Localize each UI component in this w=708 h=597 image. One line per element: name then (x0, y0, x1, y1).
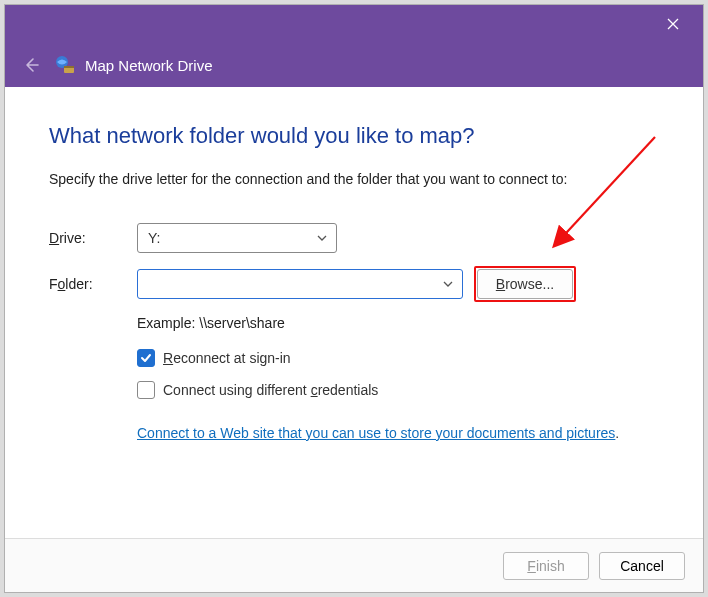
browse-button[interactable]: Browse... (477, 269, 573, 299)
folder-label: Folder: (49, 276, 137, 292)
web-link-line: Connect to a Web site that you can use t… (137, 413, 659, 441)
credentials-row: Connect using different credentials (137, 381, 659, 399)
titlebar-top (5, 5, 703, 43)
reconnect-label: Reconnect at sign-in (163, 350, 291, 366)
back-arrow-icon (22, 56, 40, 74)
finish-label: Finish (527, 558, 564, 574)
folder-row: Folder: Browse... (49, 269, 659, 299)
chevron-down-icon (442, 278, 454, 290)
cancel-button[interactable]: Cancel (599, 552, 685, 580)
page-heading: What network folder would you like to ma… (49, 123, 659, 149)
close-button[interactable] (651, 8, 695, 40)
folder-combobox[interactable] (137, 269, 463, 299)
example-text: Example: \\server\share (137, 315, 659, 331)
wizard-title: Map Network Drive (85, 57, 213, 74)
drive-label: Drive: (49, 230, 137, 246)
chevron-down-icon (316, 232, 328, 244)
checkmark-icon (140, 352, 152, 364)
cancel-label: Cancel (620, 558, 664, 574)
credentials-label: Connect using different credentials (163, 382, 378, 398)
back-button[interactable] (17, 51, 45, 79)
drive-value: Y: (148, 230, 160, 246)
browse-label: Browse... (496, 276, 554, 292)
footer: Finish Cancel (5, 538, 703, 592)
drive-row: Drive: Y: (49, 223, 659, 253)
finish-button[interactable]: Finish (503, 552, 589, 580)
titlebar-sub: Map Network Drive (5, 43, 703, 87)
close-icon (667, 18, 679, 30)
network-drive-icon (55, 55, 75, 75)
credentials-checkbox[interactable] (137, 381, 155, 399)
web-store-link[interactable]: Connect to a Web site that you can use t… (137, 425, 615, 441)
drive-select[interactable]: Y: (137, 223, 337, 253)
reconnect-checkbox[interactable] (137, 349, 155, 367)
instruction-text: Specify the drive letter for the connect… (49, 171, 659, 187)
svg-rect-2 (64, 66, 74, 68)
content-area: What network folder would you like to ma… (5, 87, 703, 538)
reconnect-row: Reconnect at sign-in (137, 349, 659, 367)
